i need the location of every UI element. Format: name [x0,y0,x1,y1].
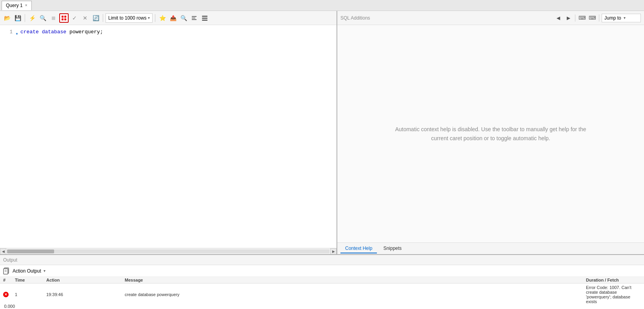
col-time-header: Time [15,278,46,282]
cancel-button[interactable]: ✕ [80,13,90,23]
col-num-header: # [3,278,15,282]
refresh-button[interactable]: 🔄 [91,13,100,23]
row-message: Error Code: 1007. Can't create database … [586,285,641,304]
toolbar-sep-3 [155,14,155,22]
stop-button[interactable]: ⏹ [49,13,58,23]
action-output-arrow: ▾ [44,269,45,273]
row-action: create database powerquery [125,292,586,297]
main-area: 📂 💾 ⚡ 🔍 ⏹ ✓ ✕ 🔄 Limit to 1000 rows ▾ [0,11,644,254]
scroll-thumb[interactable] [7,249,54,253]
code-content-1: create database powerquery; [20,28,103,36]
horizontal-scrollbar[interactable]: ◀ ▶ [0,248,337,254]
col-action-header: Action [46,278,125,282]
right-sep-1 [575,14,575,22]
keyword-database: database [42,29,66,35]
action-output-control[interactable]: Action Output ▾ [3,267,45,275]
output-copy-icon [3,267,10,275]
row-time: 19:39:46 [46,292,125,297]
execute-button[interactable]: ⚡ [27,13,37,23]
tab-close-button[interactable]: × [25,4,27,7]
editor-toolbar: 📂 💾 ⚡ 🔍 ⏹ ✓ ✕ 🔄 Limit to 1000 rows ▾ [0,11,337,25]
svg-rect-5 [192,18,195,18]
svg-rect-8 [202,18,207,19]
svg-rect-3 [64,18,66,20]
row-num: 1 [15,292,46,297]
right-panel: SQL Additions ◀ ▶ ⌨ ⌨ Jump to ▾ Automati… [337,11,644,254]
jump-to-label: Jump to [604,15,621,21]
keyboard-icon-2[interactable]: ⌨ [588,14,597,22]
explain-button[interactable]: 🔍 [38,13,47,23]
output-title: Output [3,257,17,263]
col-message-header: Message [125,278,586,282]
svg-rect-4 [192,16,196,17]
line-bullet-1: ● [16,30,18,38]
code-editor[interactable]: 1 ● create database powerquery; [0,25,337,248]
tab-snippets[interactable]: Snippets [378,244,406,253]
run-button[interactable]: ✓ [70,13,79,23]
col-duration-header: Duration / Fetch [586,278,641,282]
limit-dropdown[interactable]: Limit to 1000 rows ▾ [106,13,153,23]
row-num-cell: ✕ [3,292,15,297]
export-button[interactable]: 📤 [168,13,178,23]
db-name: powerquery; [69,29,103,35]
history-icon [202,15,208,21]
action-output-label: Action Output [13,268,41,274]
search-button[interactable]: 🔍 [179,13,188,23]
scroll-left-button[interactable]: ◀ [0,248,6,255]
limit-arrow: ▾ [148,16,150,20]
svg-rect-2 [62,18,64,20]
svg-rect-9 [202,20,207,21]
toggle-icon [61,15,67,21]
tab-context-help[interactable]: Context Help [340,244,377,253]
svg-rect-0 [62,16,64,18]
format-button[interactable] [189,13,199,23]
jump-to-dropdown[interactable]: Jump to ▾ [602,14,641,22]
toolbar-sep-1 [25,14,25,22]
svg-rect-1 [64,16,66,18]
limit-label: Limit to 1000 rows [108,15,146,21]
open-file-button[interactable]: 📂 [2,13,12,23]
toolbar-sep-2 [103,14,103,22]
right-content-area: Automatic context help is disabled. Use … [337,25,644,242]
format-icon [191,15,197,21]
jump-to-arrow: ▾ [624,16,626,20]
svg-rect-7 [202,16,207,17]
bottom-output-area: Output Action Output ▾ # Time Action Mes… [0,254,644,309]
history-button[interactable] [200,13,209,23]
save-button[interactable]: 💾 [13,13,22,23]
table-row: ✕ 1 19:39:46 create database powerquery … [0,284,644,309]
right-sep-2 [599,14,599,22]
error-icon: ✕ [3,292,9,297]
context-help-text: Automatic context help is disabled. Use … [393,125,589,143]
scroll-track[interactable] [7,249,329,253]
right-bottom-tabs: Context Help Snippets [337,242,644,254]
keyboard-icon-1[interactable]: ⌨ [578,14,586,22]
line-number-1: 1 [3,28,13,36]
keyword-create: create [20,29,39,35]
tab-label: Query 1 [6,3,23,8]
nav-prev-button[interactable]: ◀ [554,14,562,22]
row-duration: 0.000 sec [3,304,15,309]
query-tab[interactable]: Query 1 × [2,1,32,10]
output-table-header: # Time Action Message Duration / Fetch [0,277,644,284]
left-panel: 📂 💾 ⚡ 🔍 ⏹ ✓ ✕ 🔄 Limit to 1000 rows ▾ [0,11,337,254]
scroll-right-button[interactable]: ▶ [330,248,337,255]
nav-next-button[interactable]: ▶ [564,14,573,22]
right-toolbar: SQL Additions ◀ ▶ ⌨ ⌨ Jump to ▾ [337,11,644,25]
tab-bar: Query 1 × [0,0,644,11]
favorites-button[interactable]: ⭐ [158,13,167,23]
output-toolbar: Action Output ▾ [0,265,644,277]
toggle-button[interactable] [59,13,69,23]
output-header: Output [0,255,644,265]
sql-additions-title: SQL Additions [340,15,552,21]
svg-rect-6 [192,19,196,20]
code-line-1: 1 ● create database powerquery; [0,28,337,38]
